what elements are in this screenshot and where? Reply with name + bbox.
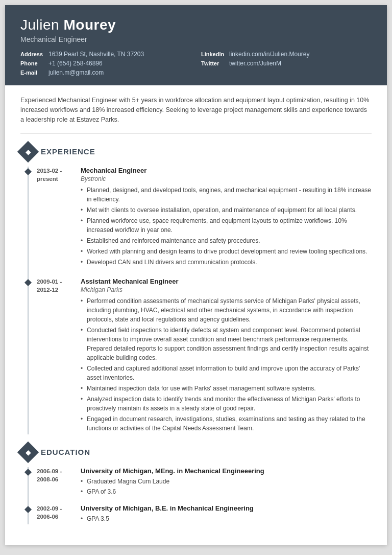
edu-bullets-1: Graduated Magna Cum Laude GPA of 3.6 — [81, 477, 372, 496]
exp-company-2: Michigan Parks — [81, 286, 372, 293]
exp-jobtitle-2: Assistant Mechanical Engineer — [81, 278, 372, 285]
exp-bullet-item: Worked with planning and design teams to… — [81, 247, 372, 256]
education-icon: ◆ — [17, 442, 39, 463]
exp-item-2: 2009-01 -2012-12 Assistant Mechanical En… — [29, 278, 372, 434]
edu-item-2: 2002-09 -2006-06 University of Michigan,… — [29, 504, 372, 524]
address-value: 1639 Pearl St, Nashville, TN 37203 — [48, 51, 144, 58]
exp-bullet-item: Established and reinforced maintenance a… — [81, 236, 372, 245]
job-title: Mechanical Engineer — [20, 35, 372, 43]
twitter-item: Twitter twitter.com/JulienM — [201, 60, 372, 67]
experience-icon: ◆ — [17, 141, 39, 163]
graduation-icon: ◆ — [26, 448, 31, 456]
edu-degree-2: University of Michigan, B.E. in Mechanic… — [81, 504, 372, 512]
exp-jobtitle-1: Mechanical Engineer — [81, 167, 372, 174]
exp-date-2: 2009-01 -2012-12 — [29, 278, 75, 434]
edu-content-2: University of Michigan, B.E. in Mechanic… — [75, 504, 372, 524]
exp-bullet-item: Collected and captured additional asset … — [81, 364, 372, 382]
exp-bullet-item: Conducted field inspections to identify … — [81, 326, 372, 362]
experience-header: ◆ EXPERIENCE — [20, 144, 372, 159]
briefcase-icon: ◆ — [26, 148, 31, 156]
exp-company-1: Bystronic — [81, 175, 372, 182]
exp-bullet-item: Planned, designed, and developed tools, … — [81, 186, 372, 204]
experience-section: ◆ EXPERIENCE 2013-02 -present Mechanical… — [20, 144, 372, 434]
twitter-label: Twitter — [201, 60, 227, 66]
edu-degree-1: University of Michigan, MEng. in Mechani… — [81, 467, 372, 475]
exp-bullets-2: Performed condition assessments of mecha… — [81, 296, 372, 433]
exp-item-1: 2013-02 -present Mechanical Engineer Bys… — [29, 167, 372, 268]
email-value: julien.m@gmail.com — [48, 69, 104, 76]
education-header: ◆ EDUCATION — [20, 445, 372, 460]
first-name: Julien — [20, 17, 59, 33]
edu-bullet-item: Graduated Magna Cum Laude — [81, 477, 372, 486]
resume-body: Experienced Mechanical Engineer with 5+ … — [5, 85, 387, 545]
exp-bullet-item: Planned workforce use, space requirement… — [81, 216, 372, 235]
exp-bullet-item: Engaged in document research, investigat… — [81, 414, 372, 433]
contact-grid: Address 1639 Pearl St, Nashville, TN 372… — [20, 51, 372, 76]
phone-label: Phone — [20, 60, 46, 66]
twitter-value: twitter.com/JulienM — [229, 60, 281, 67]
experience-title: EXPERIENCE — [41, 147, 95, 156]
education-list: 2006-09 -2008-06 University of Michigan,… — [28, 467, 372, 524]
phone-item: Phone +1 (654) 258-46896 — [20, 60, 191, 67]
email-item: E-mail julien.m@gmail.com — [20, 69, 191, 76]
education-title: EDUCATION — [41, 448, 90, 456]
last-name: Mourey — [63, 17, 116, 33]
summary-section: Experienced Mechanical Engineer with 5+ … — [20, 96, 372, 134]
phone-value: +1 (654) 258-46896 — [48, 60, 103, 67]
edu-item-1: 2006-09 -2008-06 University of Michigan,… — [29, 467, 372, 497]
resume-document: Julien Mourey Mechanical Engineer Addres… — [5, 5, 387, 545]
edu-bullet-item: GPA of 3.6 — [81, 487, 372, 496]
address-label: Address — [20, 51, 46, 57]
edu-content-1: University of Michigan, MEng. in Mechani… — [75, 467, 372, 497]
edu-date-1: 2006-09 -2008-06 — [29, 467, 75, 497]
email-label: E-mail — [20, 70, 46, 76]
linkedin-value: linkedin.com/in/Julien.Mourey — [229, 51, 309, 58]
education-section: ◆ EDUCATION 2006-09 -2008-06 University … — [20, 445, 372, 524]
exp-bullet-item: Maintained inspection data for use with … — [81, 384, 372, 393]
summary-text: Experienced Mechanical Engineer with 5+ … — [20, 96, 372, 125]
exp-bullet-item: Performed condition assessments of mecha… — [81, 296, 372, 324]
edu-date-2: 2002-09 -2006-06 — [29, 504, 75, 524]
exp-bullet-item: Met with clients to oversee installation… — [81, 205, 372, 215]
edu-bullets-2: GPA 3.5 — [81, 514, 372, 523]
linkedin-item: LinkedIn linkedin.com/in/Julien.Mourey — [201, 51, 372, 58]
experience-list: 2013-02 -present Mechanical Engineer Bys… — [28, 167, 372, 434]
address-item: Address 1639 Pearl St, Nashville, TN 372… — [20, 51, 191, 58]
exp-bullet-item: Analyzed inspection data to identify tre… — [81, 395, 372, 413]
linkedin-label: LinkedIn — [201, 51, 227, 57]
exp-content-1: Mechanical Engineer Bystronic Planned, d… — [75, 167, 372, 268]
exp-content-2: Assistant Mechanical Engineer Michigan P… — [75, 278, 372, 434]
edu-bullet-item: GPA 3.5 — [81, 514, 372, 523]
exp-date-1: 2013-02 -present — [29, 167, 75, 268]
resume-header: Julien Mourey Mechanical Engineer Addres… — [5, 5, 387, 85]
exp-bullet-item: Developed CAN and LIN drivers and commun… — [81, 258, 372, 267]
exp-bullets-1: Planned, designed, and developed tools, … — [81, 186, 372, 267]
full-name: Julien Mourey — [20, 16, 372, 34]
